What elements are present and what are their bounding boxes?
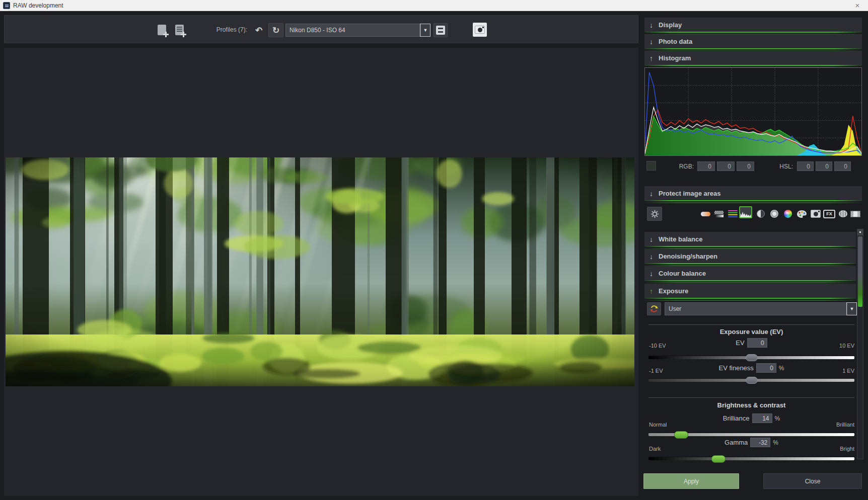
tool-vignette-button[interactable]	[768, 207, 781, 220]
denoise-icon	[714, 211, 724, 217]
photo-preview[interactable]	[6, 157, 634, 386]
settings-button[interactable]	[647, 207, 662, 221]
histogram-plot	[644, 67, 862, 156]
tool-effects-button[interactable]: FX	[823, 207, 836, 220]
sync-profile-button[interactable]: ↻	[268, 23, 283, 37]
ev-max-label: 10 EV	[806, 343, 854, 349]
divider	[648, 324, 854, 325]
expand-arrow-icon: ↑	[649, 54, 659, 62]
preview-toggle-button[interactable]	[473, 23, 487, 37]
ev-slider-thumb[interactable]	[746, 354, 758, 361]
add-profile-button[interactable]	[155, 22, 169, 37]
chevron-down-icon: ▼	[423, 28, 428, 33]
histogram-chart	[645, 68, 861, 155]
rgb-b-value: 0	[737, 161, 754, 171]
hsl-l-value: 0	[834, 161, 851, 171]
exposure-preset-value: User	[669, 305, 681, 312]
collapse-arrow-icon: ↓	[649, 38, 659, 46]
tool-saturation-button[interactable]	[781, 207, 794, 220]
exposure-preset-arrow[interactable]: ▼	[847, 303, 856, 315]
tool-panorama-button[interactable]	[849, 207, 862, 220]
ev-input[interactable]: 0	[747, 338, 767, 348]
sync-icon: ↻	[272, 25, 279, 36]
brilliance-min-label: Normal	[649, 422, 667, 428]
section-display-label: Display	[659, 21, 682, 29]
rgb-g-value: 0	[717, 161, 735, 171]
bc-group-heading: Brightness & contrast	[648, 401, 854, 409]
brilliance-slider-track[interactable]	[648, 433, 854, 436]
section-white-balance[interactable]: ↓ White balance	[644, 232, 856, 246]
brilliance-max-label: Brilliant	[806, 422, 854, 428]
ev-fineness-input[interactable]: 0	[756, 363, 776, 373]
profile-select[interactable]: Nikon D850 - ISO 64 ▼	[285, 24, 430, 37]
window-title: RAW development	[13, 2, 63, 9]
forest-photo-image	[6, 157, 634, 386]
ev-group-heading: Exposure value (EV)	[648, 328, 854, 336]
section-exposure[interactable]: ↑ Exposure	[644, 284, 856, 298]
add-profile-icon	[158, 25, 166, 35]
tool-ai-button[interactable]	[836, 207, 849, 220]
tool-contrast-button[interactable]	[754, 207, 767, 220]
close-button[interactable]: Close	[763, 473, 862, 489]
section-denoising-label: Denoising/sharpen	[659, 253, 717, 260]
gamma-slider-track[interactable]	[648, 457, 854, 460]
add-profile-from-settings-button[interactable]	[172, 22, 186, 37]
gamma-min-label: Dark	[649, 446, 661, 452]
section-colour-balance[interactable]: ↓ Colour balance	[644, 266, 856, 281]
section-exposure-label: Exposure	[659, 287, 688, 295]
fx-icon: FX	[823, 210, 835, 218]
scrollbar-top-button[interactable]	[857, 229, 863, 235]
section-photo-data[interactable]: ↓ Photo data	[644, 34, 862, 49]
tool-camera-button[interactable]	[809, 207, 822, 220]
gamma-slider-thumb[interactable]	[711, 455, 726, 463]
exposure-preset-select[interactable]: User ▼	[665, 302, 857, 315]
raw-toolbar: Profiles (7): ↶ ↻ Nikon D850 - ISO 64 ▼	[4, 15, 638, 43]
scrollbar-thumb[interactable]	[858, 236, 862, 307]
window-close-button[interactable]: ×	[850, 1, 865, 10]
palette-icon	[797, 210, 807, 218]
expand-arrow-icon: ↑	[649, 287, 659, 295]
white-balance-icon	[701, 212, 710, 216]
pixel-readout-row: RGB: 0 0 0 HSL: 0 0 0	[644, 160, 862, 174]
panorama-icon	[850, 211, 860, 217]
ev-label: EV	[736, 339, 744, 347]
apply-button[interactable]: Apply	[643, 473, 739, 489]
hsl-s-value: 0	[816, 161, 832, 171]
divider	[648, 397, 854, 398]
collapse-arrow-icon: ↓	[649, 21, 659, 29]
brilliance-input[interactable]: 14	[752, 413, 772, 423]
ev-min-label: -10 EV	[649, 343, 666, 349]
section-display[interactable]: ↓ Display	[644, 18, 862, 32]
ev-fineness-slider-track[interactable]	[648, 378, 854, 382]
section-histogram[interactable]: ↑ Histogram	[644, 51, 862, 65]
gamma-input[interactable]: -32	[750, 438, 770, 447]
tool-white-balance-button[interactable]	[699, 207, 712, 220]
tool-palette-button[interactable]	[795, 207, 808, 220]
hsl-label: HSL:	[768, 163, 793, 170]
colour-balance-icon	[728, 210, 738, 217]
undo-button[interactable]: ↶	[251, 23, 266, 37]
tool-exposure-button-selected[interactable]	[739, 206, 752, 219]
reset-exposure-button[interactable]	[647, 302, 661, 315]
section-colour-balance-label: Colour balance	[659, 270, 706, 277]
section-protect-areas[interactable]: ↓ Protect image areas	[644, 186, 862, 201]
vignette-lens-icon	[770, 210, 778, 218]
tool-colour-balance-button[interactable]	[726, 207, 739, 220]
ev-slider-track[interactable]	[648, 356, 854, 359]
gamma-label: Gamma	[725, 439, 748, 446]
profiles-label: Profiles (7):	[192, 26, 247, 33]
collapse-arrow-icon: ↓	[649, 270, 659, 278]
collapse-arrow-icon: ↓	[649, 253, 659, 261]
section-histogram-label: Histogram	[659, 54, 691, 62]
save-profile-button[interactable]	[433, 23, 448, 37]
section-denoising[interactable]: ↓ Denoising/sharpen	[644, 249, 856, 264]
save-icon	[436, 26, 445, 35]
section-white-balance-label: White balance	[659, 235, 702, 243]
profile-select-arrow[interactable]: ▼	[420, 24, 430, 36]
panel-scrollbar[interactable]	[857, 229, 863, 459]
add-profile-lines-icon	[175, 25, 184, 35]
hsl-h-value: 0	[797, 161, 814, 171]
reset-icon	[650, 305, 658, 313]
ev-fineness-slider-thumb[interactable]	[746, 377, 758, 384]
tool-denoise-button[interactable]	[712, 207, 726, 220]
